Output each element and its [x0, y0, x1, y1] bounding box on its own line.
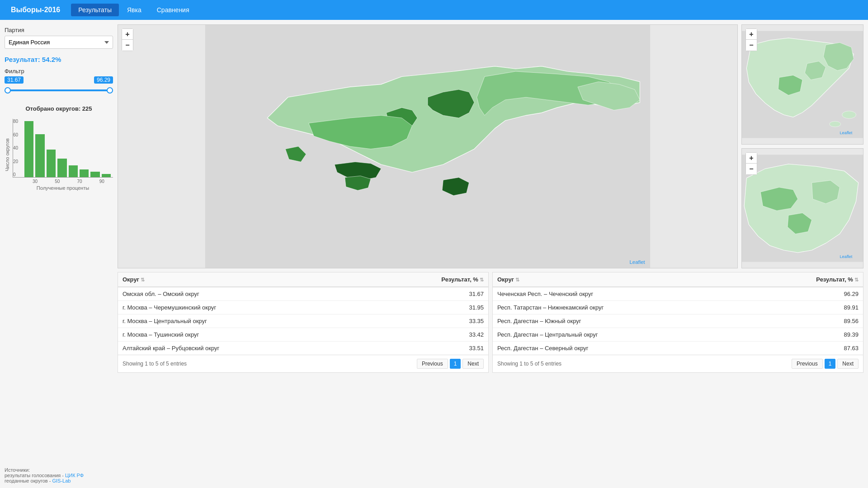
- filter-min: 31.67: [5, 76, 24, 84]
- left-table-footer: Showing 1 to 5 of 5 entries Previous 1 N…: [118, 355, 488, 372]
- right-next-btn[interactable]: Next: [837, 359, 859, 369]
- right-table-header: Округ Результат, %: [493, 272, 863, 287]
- histogram-bar: [47, 150, 56, 177]
- maps-row: + −: [118, 24, 863, 268]
- app-title: Выборы-2016: [5, 6, 66, 14]
- right-showing: Showing 1 to 5 of 5 entries: [497, 361, 561, 367]
- far-east-svg: Leaflet: [742, 25, 863, 144]
- main-map-controls: + −: [122, 28, 133, 51]
- left-next-btn[interactable]: Next: [462, 359, 484, 369]
- district-cell: г. Москва – Черемушкинский округ: [118, 301, 367, 314]
- right-table: Округ Результат, % Чеченская Респ. – Чеч…: [493, 272, 863, 355]
- table-row: г. Москва – Черемушкинский округ31.95: [118, 301, 488, 314]
- histogram-bar: [57, 159, 66, 177]
- sources-votes-text: результаты голосования -: [5, 473, 64, 478]
- filter-section: Фильтр 31.67 96.29: [5, 68, 113, 97]
- histogram-bar: [24, 121, 33, 177]
- result-cell: 89.91: [749, 301, 863, 314]
- map-bottom-zoom-in[interactable]: +: [746, 153, 757, 164]
- right-table-footer: Showing 1 to 5 of 5 entries Previous 1 N…: [493, 355, 863, 372]
- main-map-zoom-in[interactable]: +: [122, 29, 133, 40]
- table-row: Респ. Дагестан – Южный округ89.56: [493, 314, 863, 328]
- filter-label: Фильтр: [5, 68, 24, 75]
- left-prev-btn[interactable]: Previous: [417, 359, 448, 369]
- small-map-2-svg: Leaflet: [742, 149, 863, 268]
- result-cell: 89.39: [749, 328, 863, 342]
- result-cell: 96.29: [749, 287, 863, 301]
- party-select[interactable]: Единая Россия: [5, 36, 113, 49]
- result-cell: 31.67: [367, 287, 488, 301]
- main-map-zoom-out[interactable]: −: [122, 40, 133, 51]
- map-top-zoom-out[interactable]: −: [746, 40, 757, 51]
- right-table-body: Чеченская Респ. – Чеченский округ96.29Ре…: [493, 287, 863, 355]
- right-table-panel: Округ Результат, % Чеченская Респ. – Чеч…: [492, 272, 863, 373]
- slider-track: [5, 89, 113, 91]
- hist-y-labels: 80 60 40 20 0: [13, 119, 18, 177]
- range-slider[interactable]: [5, 86, 113, 95]
- main-layout: Партия Единая Россия Результат: 54.2% Фи…: [0, 20, 868, 488]
- left-pagination: Previous 1 Next: [417, 359, 484, 369]
- district-cell: Респ. Татарстан – Нижнекамский округ: [493, 301, 749, 314]
- left-showing: Showing 1 to 5 of 5 entries: [123, 361, 187, 367]
- content-area: + −: [118, 24, 863, 483]
- left-col-result[interactable]: Результат, %: [367, 272, 488, 287]
- histogram-bars: 80 60 40 20 0: [13, 119, 113, 178]
- sources-cik-link[interactable]: ЦИК РФ: [65, 473, 84, 478]
- nav-turnout[interactable]: Явка: [120, 4, 149, 16]
- map-small-bottom-canvas: Leaflet: [742, 149, 863, 268]
- right-page-1[interactable]: 1: [825, 359, 836, 369]
- right-col-district[interactable]: Округ: [493, 272, 749, 287]
- map-small-top-canvas: Leaflet: [742, 25, 863, 144]
- svg-text:Leaflet: Leaflet: [840, 131, 852, 135]
- party-section: Партия Единая Россия: [5, 27, 113, 49]
- result-cell: 87.63: [749, 342, 863, 355]
- table-row: Респ. Дагестан – Центральный округ89.39: [493, 328, 863, 342]
- sources-geo-text: геоданные округов -: [5, 478, 51, 483]
- district-cell: Омская обл. – Омский округ: [118, 287, 367, 301]
- slider-thumb-left[interactable]: [5, 87, 11, 94]
- map-small-top[interactable]: + − Leaflet: [741, 24, 863, 145]
- district-cell: Алтайский край – Рубцовский округ: [118, 342, 367, 355]
- main-map[interactable]: + −: [118, 24, 738, 268]
- map-small-top-controls: + −: [745, 28, 757, 51]
- histogram-bar: [35, 134, 44, 177]
- right-pagination: Previous 1 Next: [792, 359, 859, 369]
- map-top-zoom-in[interactable]: +: [746, 29, 757, 40]
- left-page-1[interactable]: 1: [450, 359, 461, 369]
- left-table-body: Омская обл. – Омский округ31.67г. Москва…: [118, 287, 488, 355]
- right-col-result[interactable]: Результат, %: [749, 272, 863, 287]
- hist-xlabel: Полученные проценты: [13, 185, 113, 191]
- svg-text:Leaflet: Leaflet: [629, 259, 645, 265]
- table-row: Респ. Дагестан – Северный округ87.63: [493, 342, 863, 355]
- map-small-bottom[interactable]: + − Leaflet: [741, 148, 863, 268]
- left-table-header: Округ Результат, %: [118, 272, 488, 287]
- result-cell: 31.95: [367, 301, 488, 314]
- selected-count: Отобрано округов: 225: [5, 102, 113, 112]
- map-small-bottom-controls: + −: [745, 152, 757, 175]
- district-cell: г. Москва – Тушинский округ: [118, 328, 367, 342]
- svg-text:Leaflet: Leaflet: [840, 254, 852, 259]
- right-prev-btn[interactable]: Previous: [792, 359, 823, 369]
- sidebar: Партия Единая Россия Результат: 54.2% Фи…: [5, 24, 113, 483]
- table-row: Омская обл. – Омский округ31.67: [118, 287, 488, 301]
- histogram: Число округов 80 60 40 20 0 30: [5, 119, 113, 191]
- nav-results[interactable]: Результаты: [71, 4, 119, 16]
- hist-x-labels: 30 50 70 90: [13, 179, 113, 184]
- nav-compare[interactable]: Сравнения: [150, 4, 197, 16]
- histogram-bar: [90, 172, 99, 177]
- district-cell: г. Москва – Центральный округ: [118, 314, 367, 328]
- svg-point-4: [830, 121, 841, 127]
- result-cell: 33.51: [367, 342, 488, 355]
- district-cell: Респ. Дагестан – Центральный округ: [493, 328, 749, 342]
- left-col-district[interactable]: Округ: [118, 272, 367, 287]
- result-cell: 33.42: [367, 328, 488, 342]
- sources-gislab-link[interactable]: GIS-Lab: [52, 478, 71, 483]
- map-bottom-zoom-out[interactable]: −: [746, 164, 757, 174]
- result-cell: 33.35: [367, 314, 488, 328]
- table-row: Респ. Татарстан – Нижнекамский округ89.9…: [493, 301, 863, 314]
- side-maps: + − Leaflet: [741, 24, 863, 268]
- main-nav: Результаты Явка Сравнения: [71, 4, 196, 16]
- table-row: г. Москва – Центральный округ33.35: [118, 314, 488, 328]
- header: Выборы-2016 Результаты Явка Сравнения: [0, 0, 868, 20]
- slider-thumb-right[interactable]: [107, 87, 113, 94]
